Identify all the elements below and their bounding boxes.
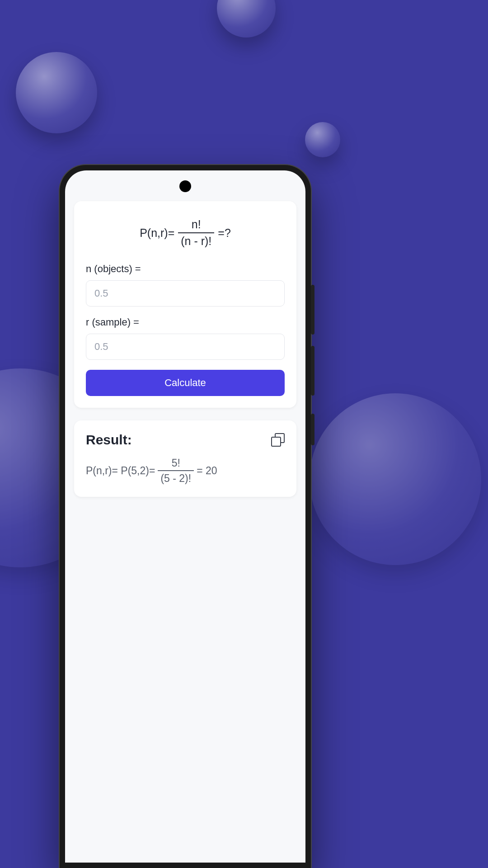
result-card: Result: P(n,r)= P(5,2)= 5! (5 - 2)! = 20 xyxy=(74,420,296,497)
formula-display: P(n,r)= n! (n - r)! =? xyxy=(86,217,285,249)
calculator-card: P(n,r)= n! (n - r)! =? n (objects) = r (… xyxy=(74,201,296,408)
app-content: P(n,r)= n! (n - r)! =? n (objects) = r (… xyxy=(65,170,305,497)
phone-side-button xyxy=(311,346,314,396)
formula-fraction: n! (n - r)! xyxy=(178,217,214,249)
result-header: Result: xyxy=(86,432,285,448)
phone-frame: P(n,r)= n! (n - r)! =? n (objects) = r (… xyxy=(60,165,311,868)
bg-sphere xyxy=(217,0,276,38)
result-denominator: (5 - 2)! xyxy=(158,470,194,485)
formula-denominator: (n - r)! xyxy=(178,232,214,248)
result-prefix: P(n,r)= P(5,2)= xyxy=(86,465,155,477)
result-formula: P(n,r)= P(5,2)= 5! (5 - 2)! = 20 xyxy=(86,457,285,486)
result-title: Result: xyxy=(86,432,132,448)
bg-sphere xyxy=(310,393,481,565)
phone-screen: P(n,r)= n! (n - r)! =? n (objects) = r (… xyxy=(65,170,305,863)
formula-lhs: P(n,r)= xyxy=(140,226,174,240)
n-input[interactable] xyxy=(86,280,285,307)
phone-side-button xyxy=(311,414,314,445)
bg-sphere xyxy=(305,122,340,157)
n-label: n (objects) = xyxy=(86,263,285,275)
result-numerator: 5! xyxy=(169,457,183,471)
bg-sphere xyxy=(16,52,97,133)
r-input[interactable] xyxy=(86,334,285,360)
result-fraction: 5! (5 - 2)! xyxy=(158,457,194,486)
formula-numerator: n! xyxy=(189,217,204,232)
formula-rhs: =? xyxy=(218,226,231,240)
result-value: = 20 xyxy=(197,465,217,477)
phone-side-button xyxy=(311,285,314,335)
camera-notch xyxy=(179,180,191,192)
r-label: r (sample) = xyxy=(86,316,285,328)
copy-icon[interactable] xyxy=(271,433,285,447)
calculate-button[interactable]: Calculate xyxy=(86,370,285,396)
